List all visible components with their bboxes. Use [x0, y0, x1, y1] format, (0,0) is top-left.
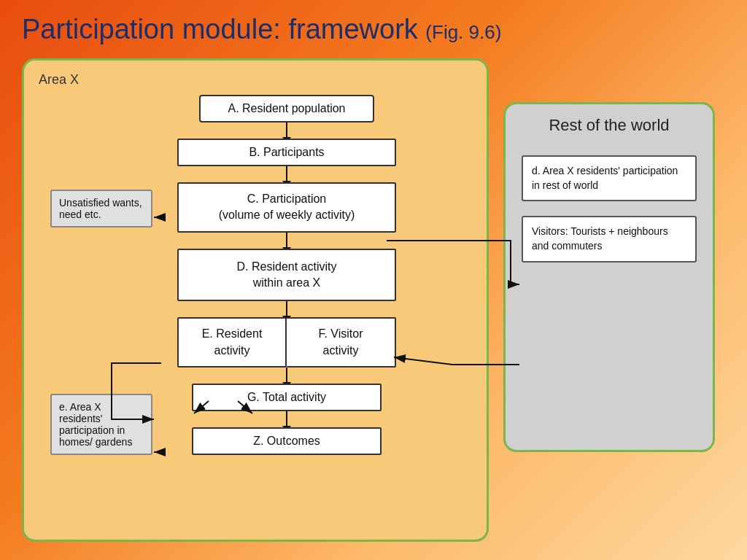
box-c: C. Participation(volume of weekly activi…: [177, 182, 396, 233]
ef-row: E. Residentactivity F. Visitoractivity: [177, 317, 396, 368]
rest-of-world-title: Rest of the world: [549, 116, 669, 135]
flow-column: A. Resident population B. Participants C…: [97, 95, 476, 455]
arrow-b-c: [286, 166, 287, 182]
box-b: B. Participants: [177, 139, 396, 166]
box-d: D. Resident activitywithin area X: [177, 249, 396, 302]
page-title: Participation module: framework (Fig. 9.…: [22, 15, 725, 45]
arrow-g-z: [286, 411, 287, 427]
arrow-d-ef: [286, 301, 287, 317]
slide: Participation module: framework (Fig. 9.…: [0, 0, 747, 560]
rest-of-world-box-visitors: Visitors: Tourists + neighbours and comm…: [522, 216, 697, 262]
arrow-ef-g: [286, 368, 287, 384]
title-fig: (Fig. 9.6): [425, 21, 501, 43]
box-f: F. Visitoractivity: [287, 317, 396, 368]
area-x-container: Area X Unsatisfied wants, need etc. e. A…: [22, 58, 489, 542]
arrow-a-b: [286, 122, 287, 139]
diagram-area: Unsatisfied wants, need etc. e. Area X r…: [39, 95, 476, 525]
box-z: Z. Outcomes: [192, 427, 382, 455]
main-content: Area X Unsatisfied wants, need etc. e. A…: [22, 58, 725, 542]
box-g: G. Total activity: [192, 384, 382, 411]
rest-of-world-box-d: d. Area X residents' participation in re…: [522, 155, 697, 201]
title-main: Participation module: framework: [22, 14, 418, 44]
box-e: E. Residentactivity: [177, 317, 287, 368]
box-a: A. Resident population: [199, 95, 374, 122]
rest-of-world-container: Rest of the world d. Area X residents' p…: [503, 102, 715, 452]
arrow-c-d: [286, 233, 287, 249]
area-x-label: Area X: [39, 72, 472, 88]
